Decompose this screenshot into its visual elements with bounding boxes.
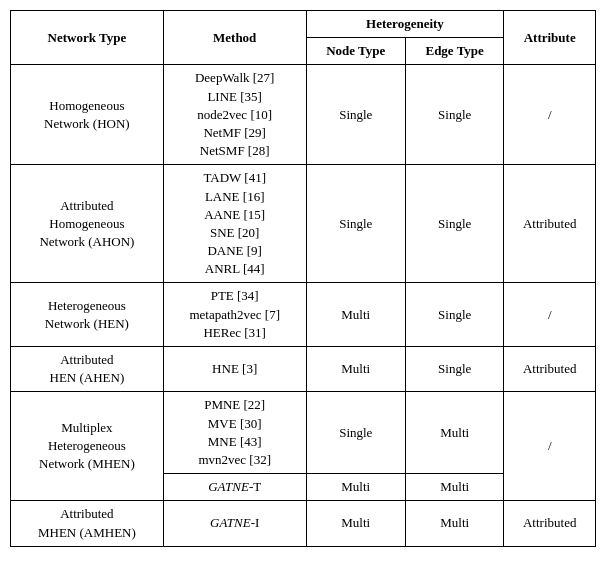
method-cell: PMNE [22] MVE [30] MNE [43] mvn2vec [32] — [163, 392, 306, 474]
col-heterogeneity: Heterogeneity — [306, 11, 504, 38]
node-type-cell: Single — [306, 65, 405, 165]
col-attribute: Attribute — [504, 11, 596, 65]
method-italic: GATNE — [208, 479, 249, 494]
network-type-cell: HeterogeneousNetwork (HEN) — [11, 283, 164, 347]
edge-type-cell: Multi — [405, 501, 503, 546]
method-cell: GATNE-T — [163, 474, 306, 501]
node-type-cell: Single — [306, 392, 405, 474]
attribute-cell: / — [504, 65, 596, 165]
method-cell: DeepWalk [27] LINE [35] node2vec [10] Ne… — [163, 65, 306, 165]
edge-type-cell: Single — [405, 347, 503, 392]
table-row: AttributedMHEN (AMHEN) GATNE-I Multi Mul… — [11, 501, 596, 546]
node-type-cell: Multi — [306, 347, 405, 392]
header-row-1: Network Type Method Heterogeneity Attrib… — [11, 11, 596, 38]
node-type-cell: Multi — [306, 501, 405, 546]
table-row: AttributedHomogeneousNetwork (AHON) TADW… — [11, 165, 596, 283]
attribute-cell: Attributed — [504, 501, 596, 546]
main-table: Network Type Method Heterogeneity Attrib… — [10, 10, 596, 547]
attribute-cell: / — [504, 392, 596, 501]
attribute-cell: Attributed — [504, 165, 596, 283]
col-network-type: Network Type — [11, 11, 164, 65]
col-method: Method — [163, 11, 306, 65]
node-type-cell: Multi — [306, 474, 405, 501]
table-row: AttributedHEN (AHEN) HNE [3] Multi Singl… — [11, 347, 596, 392]
network-type-cell: HomogeneousNetwork (HON) — [11, 65, 164, 165]
method-cell: HNE [3] — [163, 347, 306, 392]
table-row: HeterogeneousNetwork (HEN) PTE [34] meta… — [11, 283, 596, 347]
col-edge-type: Edge Type — [405, 38, 503, 65]
network-type-cell: AttributedHomogeneousNetwork (AHON) — [11, 165, 164, 283]
edge-type-cell: Multi — [405, 392, 503, 474]
network-type-cell: AttributedMHEN (AMHEN) — [11, 501, 164, 546]
edge-type-cell: Single — [405, 283, 503, 347]
attribute-cell: / — [504, 283, 596, 347]
edge-type-cell: Multi — [405, 474, 503, 501]
edge-type-cell: Single — [405, 65, 503, 165]
method-cell: GATNE-I — [163, 501, 306, 546]
network-type-cell: MultiplexHeterogeneousNetwork (MHEN) — [11, 392, 164, 501]
node-type-cell: Multi — [306, 283, 405, 347]
node-type-cell: Single — [306, 165, 405, 283]
method-cell: PTE [34] metapath2vec [7] HERec [31] — [163, 283, 306, 347]
table-wrapper: Network Type Method Heterogeneity Attrib… — [10, 10, 596, 547]
table-row: MultiplexHeterogeneousNetwork (MHEN) PMN… — [11, 392, 596, 474]
edge-type-cell: Single — [405, 165, 503, 283]
network-type-cell: AttributedHEN (AHEN) — [11, 347, 164, 392]
method-cell: TADW [41] LANE [16] AANE [15] SNE [20] D… — [163, 165, 306, 283]
method-italic: GATNE — [210, 515, 251, 530]
table-row: HomogeneousNetwork (HON) DeepWalk [27] L… — [11, 65, 596, 165]
attribute-cell: Attributed — [504, 347, 596, 392]
col-node-type: Node Type — [306, 38, 405, 65]
